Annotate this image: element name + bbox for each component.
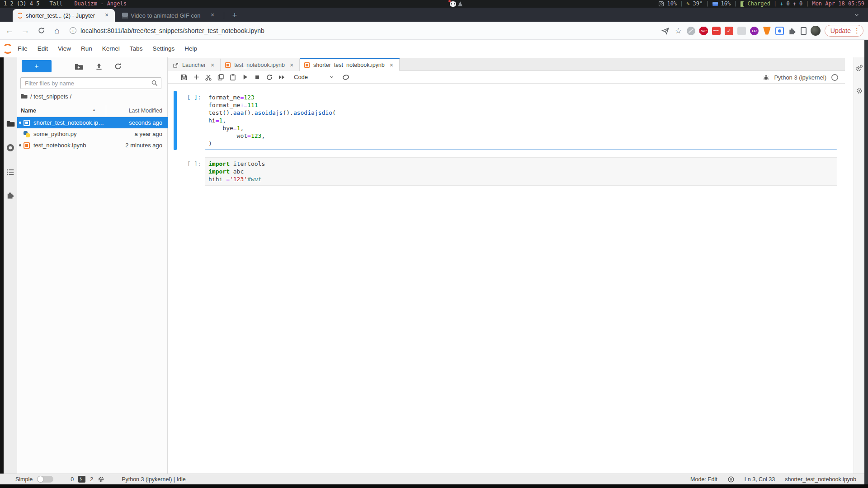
extension-metamask-icon[interactable]	[763, 27, 771, 35]
address-bar[interactable]: i localhost:8011/lab/tree/test_snippets/…	[70, 27, 264, 34]
extension-manager-tab-icon[interactable]	[4, 191, 17, 199]
browser-tab-strip: shorter_test... (2) - Jupyter × Video to…	[0, 8, 868, 22]
url-text[interactable]: localhost:8011/lab/tree/test_snippets/sh…	[80, 27, 264, 34]
run-cell-icon[interactable]	[239, 72, 251, 82]
window-edge	[0, 57, 4, 474]
cell-type-select[interactable]: Code	[294, 74, 335, 80]
share-icon[interactable]	[661, 27, 670, 35]
extension-downloader-icon[interactable]: •••	[712, 27, 721, 35]
interrupt-kernel-icon[interactable]	[251, 72, 263, 82]
extension-bluedot-icon[interactable]	[775, 27, 784, 35]
notebook-tools-icon[interactable]	[342, 73, 350, 81]
kernel-name[interactable]: Python 3 (ipykernel)	[774, 74, 826, 81]
menu-file[interactable]: File	[13, 45, 33, 52]
file-row-shorter-test-notebook[interactable]: shorter_test_notebook.ip… seconds ago	[17, 117, 168, 128]
home-button[interactable]: ⌂	[51, 24, 63, 37]
focused-window-title: Dualizm - Angels	[74, 0, 127, 8]
column-name[interactable]: Name	[21, 108, 36, 114]
tab-test-notebook[interactable]: test_notebook.ipynb ×	[221, 58, 300, 71]
bookmark-star-icon[interactable]: ☆	[674, 27, 683, 35]
file-row-test-notebook[interactable]: test_notebook.ipynb 2 minutes ago	[17, 140, 168, 151]
extensions-puzzle-icon[interactable]	[788, 27, 797, 35]
cut-cells-icon[interactable]	[203, 72, 214, 82]
code-cell-2[interactable]: [ ]: import itertoolsimport abchihi ='12…	[174, 157, 837, 186]
menu-tabs[interactable]: Tabs	[125, 45, 148, 52]
system-status-bar: 1 2 (3) 4 5 Tall Dualizm - Angels 10% | …	[0, 0, 868, 8]
search-icon	[151, 80, 158, 87]
new-folder-icon[interactable]	[74, 62, 83, 71]
browser-menu-icon[interactable]: ⋮	[854, 27, 860, 35]
tab-launcher[interactable]: Launcher ×	[168, 58, 221, 71]
debugger-bug-icon[interactable]	[763, 74, 769, 81]
browser-scrollbar-strip[interactable]	[864, 40, 868, 484]
breadcrumb[interactable]: / test_snippets /	[20, 93, 71, 100]
property-inspector-gears-icon[interactable]	[856, 65, 863, 72]
filter-files-input[interactable]	[20, 77, 161, 89]
table-of-contents-tab-icon[interactable]	[4, 168, 17, 176]
extension-gray-icon[interactable]	[737, 27, 746, 35]
discord-tray-icon[interactable]	[450, 1, 456, 7]
chevron-down-icon[interactable]	[854, 12, 860, 18]
cursor-position[interactable]: Ln 3, Col 33	[745, 476, 775, 483]
close-icon[interactable]: ×	[209, 61, 216, 69]
restart-run-all-icon[interactable]	[276, 72, 288, 82]
file-row-some-python[interactable]: some_python.py a year ago	[17, 128, 168, 140]
file-browser-tab-icon[interactable]	[4, 119, 17, 128]
terminal-icon: $_	[78, 476, 85, 483]
layout-indicator[interactable]: Tall	[49, 0, 62, 8]
new-tab-button[interactable]: +	[229, 10, 241, 21]
upload-icon[interactable]	[95, 62, 103, 70]
browser-tab-video[interactable]: Video to animated GIF con ×	[118, 9, 221, 22]
restart-kernel-icon[interactable]	[264, 72, 275, 82]
cell-collapser[interactable]	[174, 157, 177, 186]
debugger-gear-icon[interactable]	[856, 87, 863, 94]
tab-shorter-test-notebook[interactable]: shorter_test_notebook.ipynb ×	[300, 58, 400, 71]
save-icon[interactable]	[178, 72, 190, 82]
site-info-icon[interactable]: i	[70, 27, 76, 34]
open-file-dot	[19, 133, 21, 135]
menu-settings[interactable]: Settings	[147, 45, 179, 52]
browser-tab-jupyter[interactable]: shorter_test... (2) - Jupyter ×	[13, 9, 115, 22]
menu-edit[interactable]: Edit	[33, 45, 53, 52]
refresh-icon[interactable]	[114, 62, 122, 70]
cell-collapser[interactable]	[174, 91, 177, 150]
sidebar-toggle-icon[interactable]	[801, 27, 807, 35]
separator: |	[734, 0, 737, 8]
back-button[interactable]: ←	[3, 24, 16, 37]
breadcrumb-path[interactable]: / test_snippets /	[30, 93, 71, 100]
copy-cells-icon[interactable]	[215, 72, 226, 82]
kernel-status-text[interactable]: Python 3 (ipykernel) | Idle	[122, 476, 186, 483]
menu-view[interactable]: View	[53, 45, 76, 52]
tray-icon[interactable]	[458, 1, 462, 6]
add-cell-icon[interactable]	[190, 72, 202, 82]
close-icon[interactable]: ×	[209, 12, 216, 19]
menu-help[interactable]: Help	[179, 45, 202, 52]
workspace-indicators[interactable]: 1 2 (3) 4 5	[4, 0, 39, 8]
tab-divider	[224, 12, 224, 19]
code-editor[interactable]: format_me=123format_me+=111test().aaa().…	[205, 91, 837, 150]
column-last-modified[interactable]: Last Modified	[129, 108, 162, 114]
new-launcher-button[interactable]: +	[22, 60, 52, 72]
extension-lr-icon[interactable]: LR	[750, 27, 759, 35]
extension-darkmode-icon[interactable]	[687, 27, 695, 35]
extension-adblock-icon[interactable]: ABP	[699, 27, 708, 35]
reload-button[interactable]	[35, 24, 47, 37]
close-icon[interactable]: ×	[288, 61, 295, 69]
running-sessions-tab-icon[interactable]	[4, 143, 17, 152]
extension-check-icon[interactable]: ✓	[725, 27, 733, 35]
code-cell-1[interactable]: [ ]: format_me=123format_me+=111test().a…	[174, 91, 837, 150]
kernels-count[interactable]: 2	[90, 476, 93, 483]
browser-update-button[interactable]: Update ⋮	[825, 25, 863, 37]
paste-cells-icon[interactable]	[227, 72, 239, 82]
menu-run[interactable]: Run	[76, 45, 97, 52]
sort-ascending-icon[interactable]: ▲	[92, 108, 96, 112]
profile-avatar[interactable]	[811, 26, 821, 36]
code-editor[interactable]: import itertoolsimport abchihi ='123'#wu…	[205, 157, 837, 186]
forward-button[interactable]: →	[19, 24, 32, 37]
terminals-count[interactable]: 0	[71, 476, 74, 483]
close-icon[interactable]: ×	[103, 12, 110, 19]
menu-kernel[interactable]: Kernel	[97, 45, 125, 52]
system-stats: 10% | ✎ 39° | 16% | Charged | ↓ 0 ↑ 0 | …	[659, 0, 864, 8]
simple-mode-toggle[interactable]	[37, 476, 53, 483]
close-icon[interactable]: ×	[388, 61, 395, 69]
